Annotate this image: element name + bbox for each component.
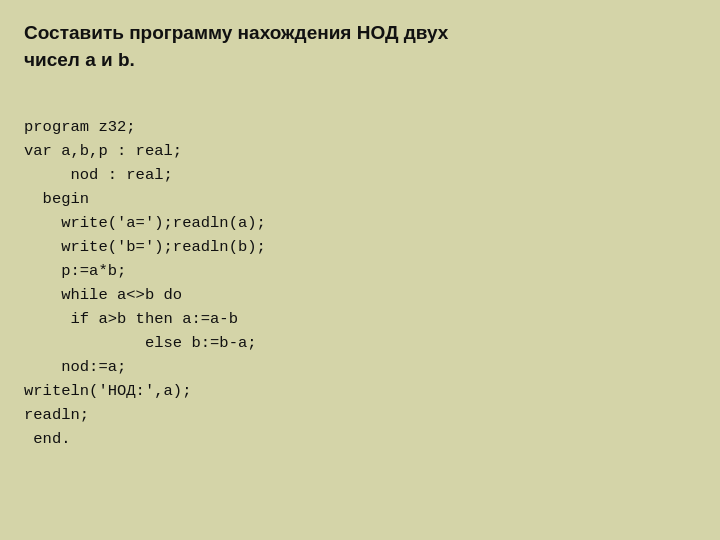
code-line: while a<>b do — [24, 283, 696, 307]
code-line: var a,b,p : real; — [24, 139, 696, 163]
title-block: Составить программу нахождения НОД двух … — [24, 20, 696, 73]
code-line: nod : real; — [24, 163, 696, 187]
code-line: begin — [24, 187, 696, 211]
code-line: write('b=');readln(b); — [24, 235, 696, 259]
code-line — [24, 91, 696, 115]
code-line: write('a=');readln(a); — [24, 211, 696, 235]
title-line1: Составить программу нахождения НОД двух — [24, 20, 696, 47]
code-line: program z32; — [24, 115, 696, 139]
code-line: end. — [24, 427, 696, 451]
code-line: nod:=a; — [24, 355, 696, 379]
code-line: else b:=b-a; — [24, 331, 696, 355]
code-line: p:=a*b; — [24, 259, 696, 283]
code-block: program z32;var a,b,p : real; nod : real… — [24, 91, 696, 451]
title-line2: чисел a и b. — [24, 47, 696, 74]
code-line: if a>b then a:=a-b — [24, 307, 696, 331]
code-line: writeln('НОД:',a); — [24, 379, 696, 403]
code-line: readln; — [24, 403, 696, 427]
